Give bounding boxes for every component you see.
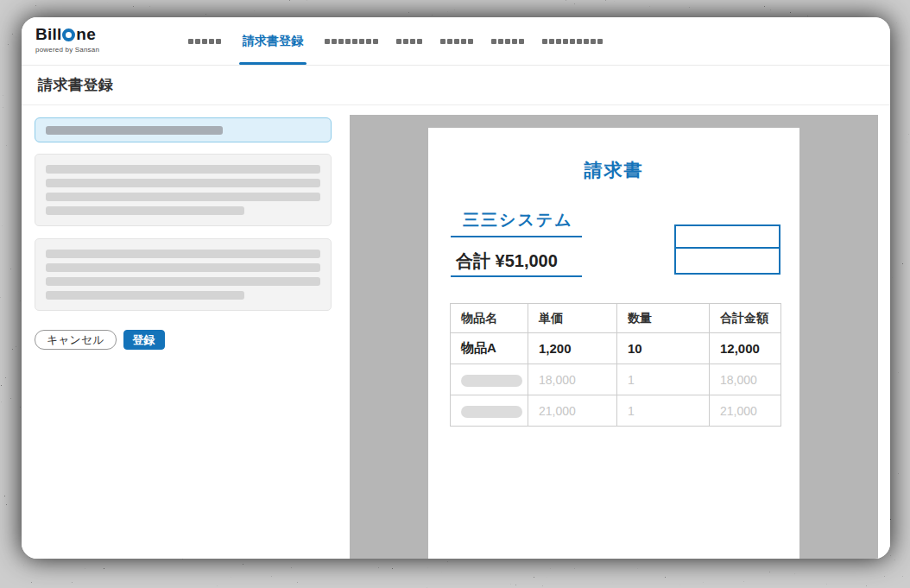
nav-item-placeholder[interactable] <box>188 17 221 65</box>
unit-price-cell: 21,000 <box>528 395 617 427</box>
vendor-underline <box>451 236 582 237</box>
page-title-bar: 請求書登録 <box>22 66 890 105</box>
nav-placeholder-square <box>373 39 378 44</box>
invoice-total-label: 合計 <box>456 251 490 270</box>
unit-price-cell: 1,200 <box>528 333 617 364</box>
nav-placeholder-square <box>209 39 214 44</box>
amount-cell: 18,000 <box>710 364 781 395</box>
nav-item-placeholder[interactable] <box>491 17 524 65</box>
invoice-vendor-name: 三三システム <box>463 209 573 231</box>
amount-cell: 12,000 <box>710 333 781 364</box>
column-header: 物品名 <box>451 304 528 333</box>
nav-item-placeholder[interactable] <box>396 17 422 65</box>
nav-placeholder-square <box>549 39 554 44</box>
invoice-entry-form: キャンセル 登録 <box>35 117 332 350</box>
nav-placeholder-square <box>202 39 207 44</box>
nav-placeholder-square <box>519 39 524 44</box>
skeleton-bar <box>46 277 320 286</box>
nav-placeholder-square <box>491 39 496 44</box>
document-viewer[interactable]: 請求書 三三システム 合計 ¥51,000 物品名単価数量合計金額物品A1,20… <box>350 115 878 559</box>
tab-label: 請求書登録 <box>239 34 306 49</box>
logo-bill-text: Bill <box>35 25 61 44</box>
quantity-cell: 1 <box>617 364 710 395</box>
placeholder-pill <box>461 406 522 418</box>
skeleton-bar <box>46 263 320 272</box>
form-actions: キャンセル 登録 <box>35 330 332 350</box>
nav-placeholder-square <box>188 39 193 44</box>
form-section-card <box>35 154 332 226</box>
skeleton-bar <box>46 165 320 174</box>
column-header: 合計金額 <box>710 304 781 333</box>
nav-placeholder-square <box>591 39 596 44</box>
amount-cell: 21,000 <box>710 395 781 427</box>
nav-placeholder-square <box>505 39 510 44</box>
stamp-box-row <box>676 226 779 249</box>
logo-ne-text: ne <box>76 25 96 44</box>
invoice-total-value: ¥51,000 <box>496 251 558 270</box>
nav-placeholder-square <box>352 39 357 44</box>
logo-tagline: powered by Sansan <box>35 46 99 54</box>
logo-o-ring-icon <box>62 28 75 41</box>
nav-placeholder-square <box>570 39 575 44</box>
backdrop: Bill ne powered by Sansan 請求書登録 請求書登録 キャ… <box>0 0 910 588</box>
item-name-cell <box>451 395 528 427</box>
nav-placeholder-square <box>417 39 422 44</box>
app-header: Bill ne powered by Sansan 請求書登録 <box>22 17 890 66</box>
main-content: キャンセル 登録 請求書 三三システム 合計 ¥51,000 <box>22 105 890 559</box>
stamp-box <box>674 224 780 275</box>
column-header: 単価 <box>528 304 617 333</box>
invoice-items-table: 物品名単価数量合計金額物品A1,2001012,00018,000118,000… <box>450 303 781 427</box>
skeleton-bar <box>46 179 320 187</box>
nav-placeholder-square <box>410 39 415 44</box>
nav-placeholder-square <box>461 39 466 44</box>
invoice-total: 合計 ¥51,000 <box>456 250 558 273</box>
nav-placeholder-square <box>366 39 371 44</box>
nav-placeholder-square <box>338 39 344 44</box>
nav-placeholder-square <box>447 39 452 44</box>
nav-placeholder-square <box>216 39 221 44</box>
nav-placeholder-square <box>440 39 446 44</box>
skeleton-bar <box>46 250 320 258</box>
nav-placeholder-square <box>577 39 582 44</box>
nav-placeholder-square <box>584 39 589 44</box>
active-input-field[interactable] <box>35 117 332 142</box>
nav-placeholder-square <box>195 39 200 44</box>
tab-invoice-registration[interactable]: 請求書登録 <box>239 17 306 65</box>
invoice-item-row: 18,000118,000 <box>451 364 781 395</box>
nav-placeholder-square <box>563 39 568 44</box>
nav-placeholder-square <box>345 39 351 44</box>
nav-placeholder-square <box>512 39 517 44</box>
total-underline <box>451 275 582 277</box>
nav-placeholder-square <box>468 39 473 44</box>
nav-item-placeholder[interactable] <box>325 17 378 65</box>
invoice-item-row: 21,000121,000 <box>451 395 781 427</box>
main-nav: 請求書登録 <box>188 17 603 65</box>
logo-wordmark: Bill ne <box>35 25 99 44</box>
nav-placeholder-square <box>498 39 503 44</box>
register-button[interactable]: 登録 <box>123 330 165 350</box>
nav-placeholder-square <box>396 39 401 44</box>
table-header-row: 物品名単価数量合計金額 <box>451 304 781 333</box>
nav-placeholder-square <box>454 39 459 44</box>
nav-placeholder-square <box>403 39 408 44</box>
nav-placeholder-square <box>556 39 561 44</box>
skeleton-bar <box>46 126 223 135</box>
invoice-document-page: 請求書 三三システム 合計 ¥51,000 物品名単価数量合計金額物品A1,20… <box>428 128 799 559</box>
invoice-doc-title: 請求書 <box>428 158 799 182</box>
billone-logo[interactable]: Bill ne powered by Sansan <box>35 25 99 54</box>
unit-price-cell: 18,000 <box>528 364 617 395</box>
nav-item-placeholder[interactable] <box>440 17 473 65</box>
skeleton-bar <box>46 206 244 215</box>
column-header: 数量 <box>617 304 710 333</box>
nav-placeholder-square <box>597 39 603 44</box>
item-name-cell: 物品A <box>451 333 528 364</box>
nav-placeholder-square <box>325 39 330 44</box>
invoice-item-row: 物品A1,2001012,000 <box>451 333 781 364</box>
nav-placeholder-square <box>542 39 547 44</box>
stamp-box-row <box>676 249 779 271</box>
cancel-button[interactable]: キャンセル <box>35 330 117 350</box>
form-section-card <box>35 238 332 311</box>
nav-item-placeholder[interactable] <box>542 17 603 65</box>
placeholder-pill <box>461 375 522 387</box>
skeleton-bar <box>46 193 320 201</box>
